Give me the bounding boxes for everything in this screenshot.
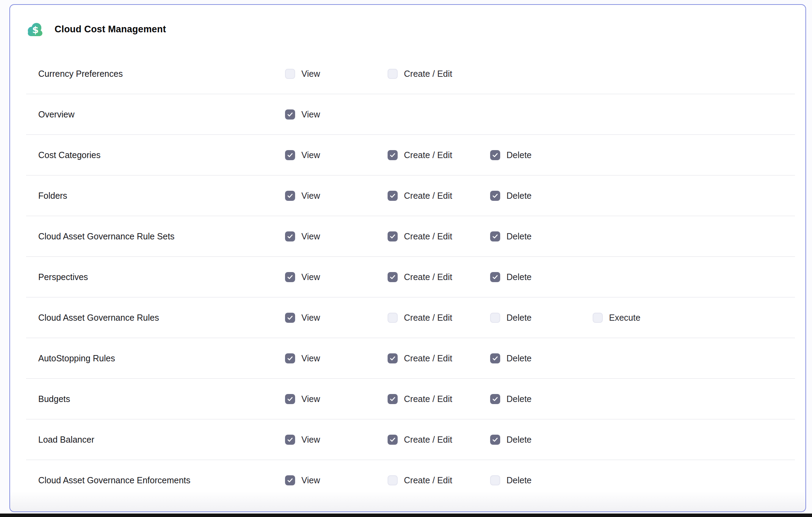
- permission-cells: View Create / Edit Delete: [285, 150, 593, 160]
- checkbox-checked[interactable]: [490, 394, 500, 404]
- permission-checkbox-group[interactable]: View: [285, 353, 388, 363]
- checkbox-label: Delete: [506, 435, 531, 445]
- checkbox-checked[interactable]: [285, 150, 295, 160]
- checkbox-checked[interactable]: [285, 475, 295, 485]
- permission-checkbox-group[interactable]: Create / Edit: [388, 191, 490, 201]
- permission-checkbox-group[interactable]: Delete: [490, 313, 593, 323]
- permission-checkbox-group[interactable]: Delete: [490, 353, 593, 363]
- permission-row: Budgets View Create / Edit Delete: [26, 379, 795, 419]
- permission-checkbox-group[interactable]: View: [285, 191, 388, 201]
- checkbox-checked[interactable]: [285, 394, 295, 404]
- permission-row-label: Currency Preferences: [38, 69, 285, 79]
- checkbox-checked[interactable]: [285, 109, 295, 120]
- checkbox-checked[interactable]: [285, 231, 295, 241]
- permission-cells: View Create / Edit Delete: [285, 435, 593, 445]
- checkbox-unchecked[interactable]: [388, 313, 398, 323]
- permission-checkbox-group[interactable]: View: [285, 475, 388, 485]
- permission-row-label: Overview: [38, 109, 285, 120]
- permission-checkbox-group[interactable]: Create / Edit: [388, 69, 490, 79]
- permission-checkbox-group[interactable]: Create / Edit: [388, 272, 490, 282]
- permission-checkbox-group[interactable]: Create / Edit: [388, 231, 490, 241]
- checkbox-label: Create / Edit: [404, 353, 452, 363]
- permission-row: Perspectives View Create / Edit Delete: [26, 257, 795, 297]
- page-title: Cloud Cost Management: [55, 24, 166, 35]
- checkbox-checked[interactable]: [388, 272, 398, 282]
- checkbox-checked[interactable]: [388, 353, 398, 363]
- permission-row-label: Cloud Asset Governance Rules: [38, 313, 285, 323]
- permission-checkbox-group[interactable]: Create / Edit: [388, 353, 490, 363]
- checkbox-checked[interactable]: [490, 191, 500, 201]
- permission-checkbox-group[interactable]: View: [285, 313, 388, 323]
- checkbox-checked[interactable]: [285, 313, 295, 323]
- permission-cells: View Create / Edit Delete: [285, 231, 593, 241]
- checkbox-checked[interactable]: [285, 272, 295, 282]
- checkmark-icon: [287, 274, 293, 280]
- permission-cells: View Create / Edit Delete: [285, 272, 593, 282]
- checkmark-icon: [389, 396, 396, 402]
- checkbox-checked[interactable]: [285, 191, 295, 201]
- checkbox-unchecked[interactable]: [593, 313, 603, 323]
- checkmark-icon: [389, 152, 396, 158]
- permission-checkbox-group[interactable]: View: [285, 109, 388, 120]
- checkbox-checked[interactable]: [490, 272, 500, 282]
- permissions-list: Currency Preferences View Create / Edit …: [26, 54, 795, 501]
- permission-checkbox-group[interactable]: Create / Edit: [388, 150, 490, 160]
- checkbox-checked[interactable]: [285, 353, 295, 363]
- permission-checkbox-group[interactable]: View: [285, 69, 388, 79]
- checkbox-checked[interactable]: [388, 150, 398, 160]
- permission-row-label: Perspectives: [38, 272, 285, 282]
- checkbox-unchecked[interactable]: [388, 69, 398, 79]
- checkbox-label: View: [301, 353, 320, 363]
- checkbox-checked[interactable]: [490, 150, 500, 160]
- permission-checkbox-group[interactable]: Delete: [490, 191, 593, 201]
- checkbox-label: Delete: [506, 475, 531, 485]
- checkmark-icon: [492, 152, 498, 158]
- permission-checkbox-group[interactable]: Create / Edit: [388, 435, 490, 445]
- checkmark-icon: [287, 436, 293, 443]
- permission-checkbox-group[interactable]: Create / Edit: [388, 475, 490, 485]
- card-header: $ Cloud Cost Management: [10, 5, 805, 54]
- permission-row: Cloud Asset Governance Enforcements View…: [26, 460, 795, 501]
- checkbox-checked[interactable]: [285, 435, 295, 445]
- permission-cells: View: [285, 109, 388, 120]
- checkbox-checked[interactable]: [490, 435, 500, 445]
- checkbox-label: Create / Edit: [404, 191, 452, 201]
- permission-checkbox-group[interactable]: Delete: [490, 272, 593, 282]
- checkbox-label: View: [301, 435, 320, 445]
- checkbox-label: Create / Edit: [404, 69, 452, 79]
- permission-row-label: Cloud Asset Governance Enforcements: [38, 475, 285, 485]
- permission-checkbox-group[interactable]: Delete: [490, 150, 593, 160]
- permission-checkbox-group[interactable]: View: [285, 150, 388, 160]
- permission-checkbox-group[interactable]: Execute: [593, 313, 695, 323]
- permission-checkbox-group[interactable]: View: [285, 272, 388, 282]
- checkbox-checked[interactable]: [388, 435, 398, 445]
- permission-checkbox-group[interactable]: View: [285, 435, 388, 445]
- checkbox-label: View: [301, 272, 320, 282]
- permission-checkbox-group[interactable]: View: [285, 231, 388, 241]
- checkbox-label: View: [301, 394, 320, 404]
- permission-checkbox-group[interactable]: Create / Edit: [388, 313, 490, 323]
- checkbox-checked[interactable]: [388, 394, 398, 404]
- checkbox-checked[interactable]: [388, 191, 398, 201]
- checkbox-unchecked[interactable]: [490, 475, 500, 485]
- permission-checkbox-group[interactable]: Delete: [490, 435, 593, 445]
- svg-text:$: $: [32, 24, 39, 35]
- checkmark-icon: [492, 396, 498, 402]
- checkmark-icon: [287, 152, 293, 158]
- checkbox-unchecked[interactable]: [490, 313, 500, 323]
- permission-checkbox-group[interactable]: Delete: [490, 231, 593, 241]
- checkbox-label: Create / Edit: [404, 394, 452, 404]
- checkbox-unchecked[interactable]: [285, 69, 295, 79]
- permission-row-label: Budgets: [38, 394, 285, 404]
- checkbox-checked[interactable]: [388, 231, 398, 241]
- permission-checkbox-group[interactable]: View: [285, 394, 388, 404]
- permission-checkbox-group[interactable]: Delete: [490, 475, 593, 485]
- permission-checkbox-group[interactable]: Create / Edit: [388, 394, 490, 404]
- checkbox-label: Delete: [506, 272, 531, 282]
- checkbox-label: View: [301, 150, 320, 160]
- checkbox-checked[interactable]: [490, 231, 500, 241]
- checkbox-checked[interactable]: [490, 353, 500, 363]
- checkbox-label: View: [301, 109, 320, 120]
- permission-checkbox-group[interactable]: Delete: [490, 394, 593, 404]
- checkbox-unchecked[interactable]: [388, 475, 398, 485]
